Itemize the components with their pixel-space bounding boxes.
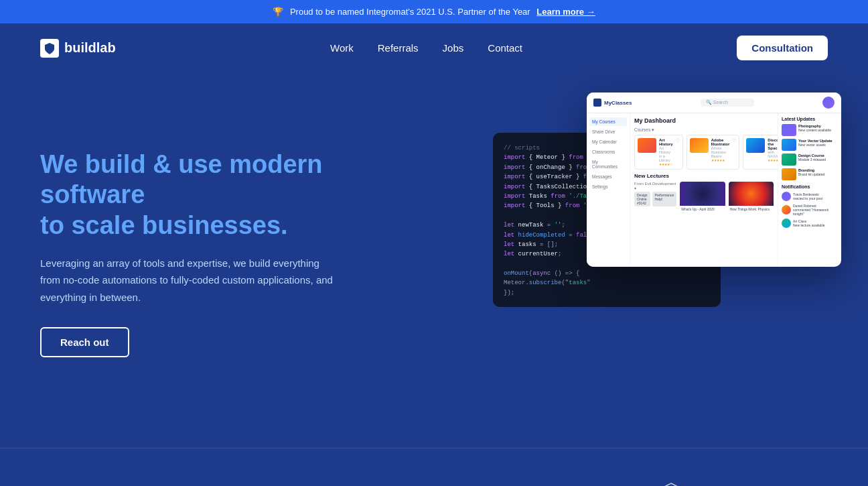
update-thumb-branding — [782, 168, 796, 180]
hero-headline-line1: We build & use modern software — [40, 150, 323, 209]
dash-nav-settings[interactable]: Settings — [589, 182, 627, 191]
dash-logo-box — [593, 99, 601, 107]
notif-3: Art ClassNew lecture available — [782, 219, 838, 228]
lectures-title: New Lectures — [634, 173, 774, 179]
notif-avatar-2 — [782, 205, 791, 215]
hero-headline-line2: to scale businesses. — [40, 211, 288, 239]
playbook-text: PLAYBOOK — [216, 483, 299, 487]
makerpad-text: Makerpad — [71, 483, 140, 487]
nav-item-referrals[interactable]: Referrals — [378, 42, 419, 54]
dash-avatar — [822, 97, 835, 109]
logo-makerpad: Makerpad — [71, 483, 140, 487]
course-title-nasa: Discover the Space — [768, 138, 778, 150]
notif-text-1: Travis Benkowskireacted to your post — [793, 192, 822, 200]
course-heart-adobe[interactable]: ♡ — [732, 138, 736, 143]
hero-body: Leveraging an array of tools and experti… — [40, 255, 335, 306]
nav-item-contact[interactable]: Contact — [488, 42, 522, 54]
course-card-nasa[interactable]: Discover the Space with NASA ★★★★☆ ♥ — [743, 135, 778, 170]
dash-nav-drive[interactable]: Share Drive — [589, 127, 627, 136]
dash-nav-classrooms[interactable]: Classrooms — [589, 147, 627, 156]
nav-item-work[interactable]: Work — [330, 42, 354, 54]
dashboard-title: My Dashboard — [634, 117, 774, 124]
notif-2: Daniel Robmedcommented "Homework tonight… — [782, 204, 838, 216]
consultation-button[interactable]: Consultation — [737, 36, 828, 60]
dash-search[interactable]: 🔍 Search — [701, 99, 754, 107]
dashboard-main: My Dashboard Courses ▾ Art History Art H… — [630, 113, 778, 267]
dashboard-window: MyClasses 🔍 Search My Courses Share Driv… — [587, 93, 841, 267]
logo[interactable]: buildlab — [40, 39, 116, 58]
serhant-text: SERHANT. — [359, 483, 433, 487]
dash-nav-courses[interactable]: My Courses — [589, 117, 627, 126]
announcement-banner: 🏆 Proud to be named Integromat's 2021 U.… — [0, 0, 868, 23]
lecture-item-perf[interactable]: Performance Help! — [652, 192, 677, 206]
course-stars-nasa: ★★★★☆ — [768, 158, 778, 162]
logo-evil-geniuses: G EVIL GENIUSES — [663, 482, 797, 486]
logos-section: Makerpad ⟳ PLAYBOOK SERHANT. ✦ FlowPatte… — [0, 448, 868, 486]
lecture-thumb-astro — [680, 182, 725, 206]
update-text-design: Design Course Module 3 released — [798, 154, 826, 162]
notif-avatar-1 — [782, 192, 791, 201]
reach-out-button[interactable]: Reach out — [40, 327, 129, 357]
svg-marker-0 — [664, 483, 678, 486]
course-stars-art: ★★★★☆ — [659, 162, 673, 166]
course-heart-art[interactable]: ♡ — [676, 138, 680, 143]
course-info-adobe: Adobe Illustrator Adobe Illustrator Basi… — [711, 138, 730, 162]
lecture-card-3: How Things Work: Physics — [729, 182, 774, 212]
nav-link-referrals[interactable]: Referrals — [378, 42, 419, 54]
main-nav: buildlab Work Referrals Jobs Contact Con… — [0, 23, 868, 72]
courses-section-label: Courses ▾ — [634, 127, 774, 133]
banner-text: Proud to be named Integromat's 2021 U.S.… — [290, 7, 530, 17]
nav-link-contact[interactable]: Contact — [488, 42, 522, 54]
hero-headline: We build & use modern software to scale … — [40, 149, 402, 241]
update-branding: Branding Brand kit updated — [782, 168, 838, 180]
update-thumb-photography — [782, 124, 796, 136]
dash-nav-communities[interactable]: My Communities — [589, 158, 627, 171]
nav-links: Work Referrals Jobs Contact — [330, 42, 522, 54]
latest-updates-title: Latest Updates — [782, 117, 838, 121]
course-title-adobe: Adobe Illustrator — [711, 138, 730, 146]
dashboard-right-panel: Latest Updates Photography New content a… — [778, 113, 841, 267]
courses-row: Art History Art History in a Library ★★★… — [634, 135, 774, 170]
lecture-card-1[interactable]: From Evil Development ▾ Design Online #3… — [634, 182, 676, 212]
course-sub-nasa: with NASA — [768, 150, 778, 158]
course-sub-adobe: Adobe Illustrator Basics — [711, 146, 730, 158]
lecture-label-astro: What's Up - April 2020 — [680, 206, 725, 212]
course-card-adobe[interactable]: Adobe Illustrator Adobe Illustrator Basi… — [686, 135, 740, 170]
lecture-items-1: Design Online #3142 Performance Help! — [634, 192, 676, 206]
update-design: Design Course Module 3 released — [782, 154, 838, 166]
dashboard-body: My Courses Share Drive My Calendar Class… — [587, 113, 841, 267]
hero-visuals: // scripts import { Meteor } from 'me' i… — [493, 93, 841, 320]
eg-text: EVIL GENIUSES — [684, 483, 797, 487]
flowpatterns-text: FlowPatterns — [510, 483, 602, 487]
nav-link-jobs[interactable]: Jobs — [443, 42, 464, 54]
learn-more-link[interactable]: Learn more → — [536, 7, 595, 17]
notif-text-3: Art ClassNew lecture available — [793, 219, 825, 227]
dash-logo-text: MyClasses — [604, 100, 632, 106]
lecture-card-2: What's Up - April 2020 — [680, 182, 725, 212]
course-stars-adobe: ★★★★★ — [711, 158, 730, 162]
lectures-row: From Evil Development ▾ Design Online #3… — [634, 182, 774, 212]
course-title-art: Art History — [659, 138, 673, 146]
update-text-branding: Branding Brand kit updated — [798, 168, 824, 176]
update-text-photography: Photography New content available — [798, 124, 831, 132]
notif-text-2: Daniel Robmedcommented "Homework tonight… — [793, 204, 838, 216]
dash-nav-calendar[interactable]: My Calendar — [589, 137, 627, 146]
dash-nav-messages[interactable]: Messages — [589, 172, 627, 181]
course-thumb-adobe — [690, 138, 709, 153]
nav-link-work[interactable]: Work — [330, 42, 354, 54]
update-vector: Your Vector Update New vector assets — [782, 139, 838, 151]
update-text-vector: Your Vector Update New vector assets — [798, 139, 833, 147]
course-info-nasa: Discover the Space with NASA ★★★★☆ — [768, 138, 778, 162]
dashboard-sidebar: My Courses Share Drive My Calendar Class… — [587, 113, 630, 267]
lecture-label-fire: How Things Work: Physics — [729, 206, 774, 212]
update-thumb-vector — [782, 139, 796, 151]
course-thumb-art — [638, 138, 656, 153]
course-thumb-nasa — [746, 138, 765, 153]
lecture-item-design[interactable]: Design Online #3142 — [634, 192, 650, 206]
nav-item-jobs[interactable]: Jobs — [443, 42, 464, 54]
course-card-art[interactable]: Art History Art History in a Library ★★★… — [634, 135, 683, 170]
lecture-source-1: From Evil Development ▾ — [634, 182, 676, 190]
notifications-title: Notifications — [782, 184, 838, 189]
update-photography: Photography New content available — [782, 124, 838, 136]
logo-icon — [40, 39, 59, 58]
